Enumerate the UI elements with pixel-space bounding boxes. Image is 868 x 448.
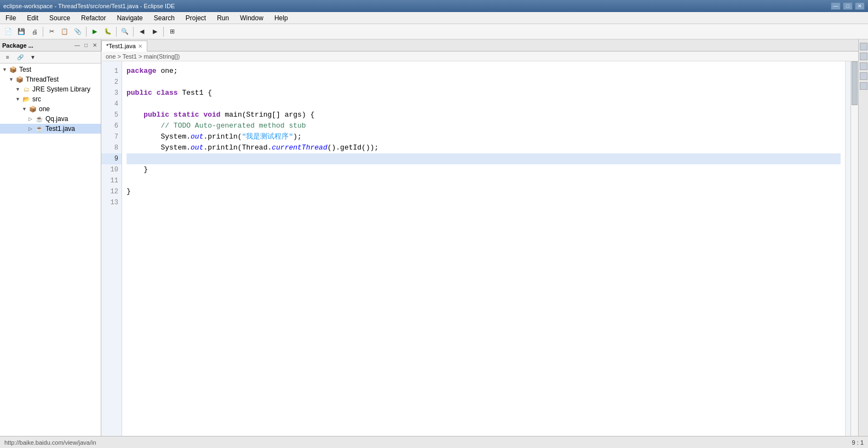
sidebar-close[interactable]: ✕ — [91, 42, 99, 49]
code-area[interactable]: package one; public class Test1 { public… — [122, 61, 845, 436]
code-token — [169, 110, 174, 120]
title-bar-controls: — □ ✕ — [831, 2, 865, 10]
back-button[interactable]: ◀ — [136, 26, 148, 38]
editor-tabs: *Test1.java✕ — [101, 39, 858, 51]
tree-arrow-icon: ▼ — [2, 67, 8, 72]
save-button[interactable]: 💾 — [15, 26, 27, 38]
code-token: ); — [293, 131, 302, 142]
sidebar-maximize[interactable]: □ — [82, 42, 90, 49]
menu-item-search[interactable]: Search — [151, 13, 178, 23]
menu-item-help[interactable]: Help — [271, 13, 291, 23]
sidebar-collapse-all[interactable]: ≡ — [2, 51, 14, 64]
code-line[interactable]: System.out.println("我是测试程序"); — [127, 131, 841, 142]
tree-label: Qq.java — [45, 115, 68, 123]
line-number: 13 — [101, 197, 122, 208]
code-token: "我是测试程序" — [242, 131, 294, 142]
tree-arrow-icon: ▼ — [15, 96, 21, 102]
tree-item-one[interactable]: ▼📦one — [0, 104, 101, 114]
tree-item-src[interactable]: ▼📂src — [0, 94, 101, 104]
code-token: currentThread — [272, 142, 327, 153]
toolbar-sep-2 — [86, 27, 87, 37]
code-line[interactable]: System.out.println(Thread.currentThread(… — [127, 142, 841, 153]
sidebar-minimize[interactable]: — — [73, 42, 81, 49]
code-token: // TODO Auto-generated method stub — [160, 120, 306, 131]
line-number: 10 — [101, 164, 122, 175]
menu-item-source[interactable]: Source — [46, 13, 73, 23]
tree-arrow-icon: ▷ — [28, 126, 34, 131]
right-btn-3[interactable] — [860, 62, 867, 70]
code-token — [199, 110, 204, 120]
tree-icon: 📦 — [28, 105, 37, 113]
code-line[interactable]: } — [127, 186, 841, 197]
right-btn-1[interactable] — [860, 43, 867, 50]
code-line[interactable]: package one; — [127, 66, 841, 77]
menu-item-edit[interactable]: Edit — [24, 13, 42, 23]
tree-item-threadtest[interactable]: ▼📦ThreadTest — [0, 74, 101, 84]
code-line[interactable] — [127, 175, 841, 186]
tree-arrow-icon: ▷ — [28, 116, 34, 122]
line-number: 6 — [101, 120, 122, 131]
line-number: 4 — [101, 99, 122, 110]
code-token: class — [157, 88, 178, 99]
print-button[interactable]: 🖨 — [28, 26, 41, 38]
tree-arrow-icon: ▼ — [22, 106, 27, 112]
code-token: ().getId()); — [327, 142, 379, 153]
paste-button[interactable]: 📎 — [72, 26, 84, 38]
right-btn-2[interactable] — [860, 53, 867, 60]
editor-scrollbar[interactable] — [850, 61, 858, 436]
sidebar-menu[interactable]: ▼ — [27, 51, 39, 64]
tree-item-test1.java[interactable]: ▷☕Test1.java — [0, 124, 101, 134]
code-token: out — [191, 131, 203, 142]
tab-close-icon[interactable]: ✕ — [138, 43, 142, 49]
tab-label: *Test1.java — [106, 43, 136, 49]
menu-item-run[interactable]: Run — [214, 13, 232, 23]
code-token: package — [127, 66, 157, 77]
editor-content[interactable]: 12345678910111213 package one; public cl… — [101, 61, 858, 436]
code-line[interactable] — [127, 153, 841, 164]
tree-label: Test1.java — [45, 125, 75, 133]
toolbar-sep-4 — [133, 27, 134, 37]
code-line[interactable]: // TODO Auto-generated method stub — [127, 120, 841, 131]
scroll-thumb[interactable] — [852, 61, 858, 105]
close-button[interactable]: ✕ — [855, 2, 865, 10]
menu-item-project[interactable]: Project — [182, 13, 209, 23]
editor-tab[interactable]: *Test1.java✕ — [101, 41, 147, 51]
code-line[interactable]: public class Test1 { — [127, 88, 841, 99]
code-token: public — [127, 88, 152, 99]
tree-label: ThreadTest — [26, 76, 59, 83]
right-btn-4[interactable] — [860, 72, 867, 80]
menu-item-file[interactable]: File — [2, 13, 19, 23]
code-line[interactable] — [127, 197, 841, 208]
copy-button[interactable]: 📋 — [59, 26, 71, 38]
title-bar-text: eclipse-workspace - ThreadTest/src/one/T… — [3, 3, 831, 9]
code-line[interactable]: public static void main(String[] args) { — [127, 110, 841, 120]
tree-item-test[interactable]: ▼📦Test — [0, 65, 101, 74]
cut-button[interactable]: ✂ — [45, 26, 58, 38]
tree-label: Test — [19, 66, 31, 73]
maximize-button[interactable]: □ — [843, 2, 853, 10]
status-bar: http://baike.baidu.com/view/java/in 9 : … — [0, 436, 868, 448]
debug-button[interactable]: 🐛 — [102, 26, 114, 38]
search-button[interactable]: 🔍 — [119, 26, 131, 38]
menu-item-window[interactable]: Window — [237, 13, 267, 23]
new-button[interactable]: 📄 — [2, 26, 14, 38]
sidebar-title: Package ... — [2, 42, 33, 49]
code-line[interactable] — [127, 77, 841, 88]
open-perspective[interactable]: ⊞ — [166, 26, 178, 38]
tree-item-qq.java[interactable]: ▷☕Qq.java — [0, 114, 101, 124]
menu-item-refactor[interactable]: Refactor — [78, 13, 109, 23]
sidebar-link-editor[interactable]: 🔗 — [14, 51, 26, 64]
line-number: 5 — [101, 110, 122, 120]
menu-item-navigate[interactable]: Navigate — [113, 13, 146, 23]
sidebar-header: Package ... — □ ✕ — [0, 39, 101, 51]
sidebar-tree: ▼📦Test▼📦ThreadTest▼🗂JRE System Library▼📂… — [0, 64, 101, 436]
tree-icon: 📦 — [15, 75, 24, 84]
code-line[interactable]: } — [127, 164, 841, 175]
tree-item-jresystemlibrary[interactable]: ▼🗂JRE System Library — [0, 84, 101, 94]
run-button[interactable]: ▶ — [89, 26, 101, 38]
minimize-button[interactable]: — — [831, 2, 841, 10]
forward-button[interactable]: ▶ — [149, 26, 161, 38]
tree-label: one — [39, 105, 50, 113]
right-btn-5[interactable] — [860, 82, 867, 90]
code-line[interactable] — [127, 99, 841, 110]
